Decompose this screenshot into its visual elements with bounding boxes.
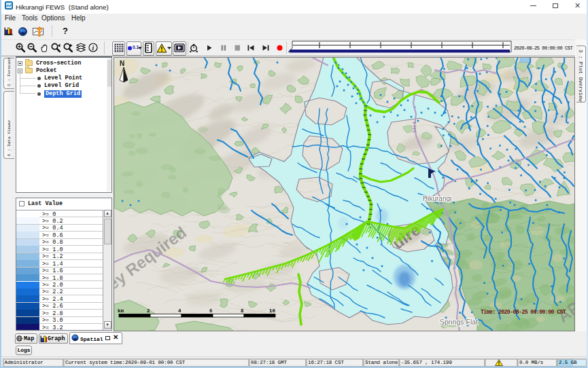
svg-text:2: 2 [147,308,150,314]
svg-text:?: ? [63,26,68,35]
svg-text:km: km [118,308,124,314]
svg-text:N: N [120,60,124,67]
svg-text:6: 6 [209,308,213,314]
svg-text:Hikurangi: Hikurangi [423,195,451,202]
svg-text:10: 10 [269,308,276,314]
svg-text:4: 4 [178,308,181,314]
svg-text:SH 1: SH 1 [411,121,417,133]
svg-text:i: i [92,45,94,52]
svg-text:8: 8 [241,308,244,314]
svg-text:Springs Flat: Springs Flat [440,318,478,326]
svg-text:Time: 2020-08-25 00:00:00 CST: Time: 2020-08-25 00:00:00 CST [481,309,566,315]
